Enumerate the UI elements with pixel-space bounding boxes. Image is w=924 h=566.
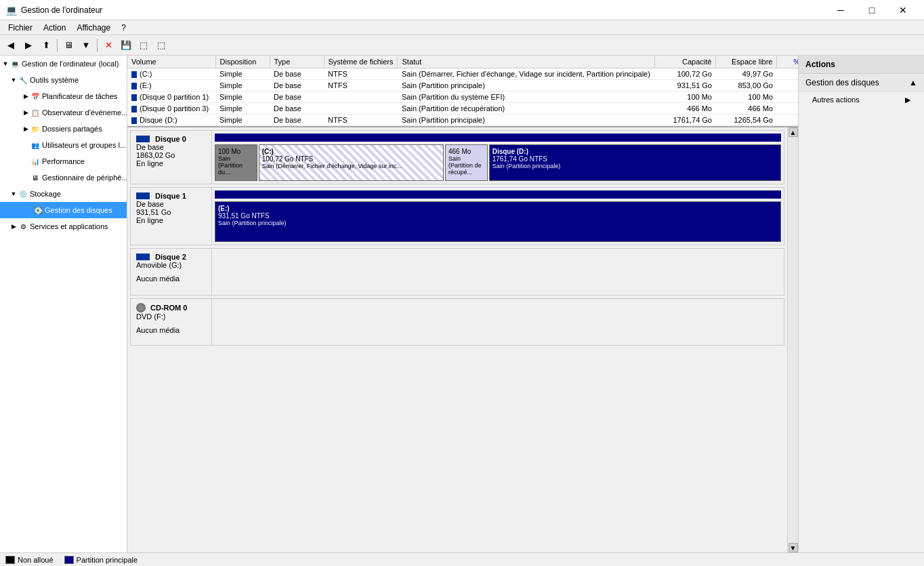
col-header-fs: Système de fichiers: [324, 56, 398, 68]
toolbar-back[interactable]: ◀: [3, 37, 19, 54]
toolbar-sep2: [97, 39, 98, 52]
menu-action[interactable]: Action: [38, 22, 71, 34]
disk-0-partitions: 100 Mo Sain (Partition du... (C:) 100,72…: [215, 144, 781, 181]
disk-0-part-recup[interactable]: 466 Mo Sain (Partition de récupé...: [445, 144, 488, 181]
row-1-fs: NTFS: [324, 80, 398, 92]
maximize-button[interactable]: □: [856, 0, 887, 20]
table-row[interactable]: (C:)SimpleDe baseNTFSSain (Démarrer, Fic…: [127, 68, 798, 80]
row-2-type: De base: [270, 92, 324, 103]
disk-1-bar: [215, 190, 781, 199]
disk-1-part-e[interactable]: (E:) 931,51 Go NTFS Sain (Partition prin…: [215, 201, 781, 242]
disk-0-part-efi-size: 100 Mo: [218, 148, 254, 155]
tree-planificateur[interactable]: ▶ 📅 Planificateur de tâches: [0, 88, 127, 104]
planificateur-expand[interactable]: ▶: [22, 92, 30, 100]
disk-0-name: Disque 0: [136, 135, 206, 143]
scroll-down[interactable]: ▼: [789, 543, 798, 552]
disk-row-0: Disque 0 De base 1863,02 Go En ligne 100…: [130, 130, 784, 184]
row-2-fs: [324, 92, 398, 103]
row-3-free: 466 Mo: [716, 103, 777, 115]
disk-0-part-d[interactable]: Disque (D:) 1761,74 Go NTFS Sain (Partit…: [489, 144, 781, 181]
main-container: ▼ 💻 Gestion de l'ordinateur (local) ▼ 🔧 …: [0, 56, 924, 552]
services-expand[interactable]: ▶: [9, 222, 18, 230]
toolbar-btn2[interactable]: ⬚: [153, 37, 169, 54]
disk-row-cdrom: CD-ROM 0 DVD (F:) Aucun média: [130, 298, 784, 346]
gestion-disques-expand: [24, 206, 33, 214]
disk-0-visual: 100 Mo Sain (Partition du... (C:) 100,72…: [212, 131, 784, 184]
disk-0-part-d-status: Sain (Partition principale): [492, 163, 778, 169]
disk-0-part-c-name: (C:): [262, 148, 440, 155]
tree-observateur[interactable]: ▶ 📋 Observateur d'événeme...: [0, 104, 127, 121]
table-row[interactable]: Disque (D:)SimpleDe baseNTFSSain (Partit…: [127, 115, 798, 126]
row-4-volume: Disque (D:): [127, 115, 215, 126]
row-1-volume: (E:): [127, 80, 215, 92]
observateur-expand[interactable]: ▶: [22, 108, 30, 117]
tree-utilisateurs[interactable]: 👥 Utilisateurs et groupes l...: [0, 137, 127, 153]
legend-partition-box: [64, 556, 74, 564]
cdrom-status: Aucun média: [136, 326, 206, 334]
toolbar-show-hide[interactable]: 🖥: [60, 37, 77, 54]
row-0-type: De base: [270, 68, 324, 80]
scroll-up[interactable]: ▲: [789, 127, 798, 137]
tree-gestion-disques[interactable]: 💽 Gestion des disques: [0, 202, 127, 218]
tree-performance[interactable]: 📊 Performance: [0, 153, 127, 169]
utilisateurs-icon: 👥: [30, 140, 41, 150]
row-4-capacity: 1761,74 Go: [655, 115, 716, 126]
menu-help[interactable]: ?: [116, 22, 131, 34]
toolbar-dropdown[interactable]: ▼: [78, 37, 94, 54]
toolbar-up[interactable]: ⬆: [38, 37, 54, 54]
col-header-type: Type: [270, 56, 324, 68]
disk-visual-wrapper: Disque 0 De base 1863,02 Go En ligne 100…: [127, 127, 798, 552]
disk-row-2: Disque 2 Amovible (G:) Aucun média: [130, 248, 784, 296]
toolbar-save[interactable]: 💾: [118, 37, 134, 54]
disk-1-part-e-size: 931,51 Go NTFS: [218, 212, 778, 220]
row-3-fs: [324, 103, 398, 115]
disk-scrollbar[interactable]: ▲ ▼: [787, 127, 798, 552]
menu-affichage[interactable]: Affichage: [71, 22, 116, 34]
disk-0-part-efi[interactable]: 100 Mo Sain (Partition du...: [215, 144, 257, 181]
table-row[interactable]: (Disque 0 partition 1)SimpleDe baseSain …: [127, 92, 798, 103]
toolbar-btn1[interactable]: ⬚: [135, 37, 152, 54]
legend-non-alloue: Non alloué: [5, 556, 54, 564]
tree-dossiers[interactable]: ▶ 📁 Dossiers partagés: [0, 121, 127, 137]
dossiers-expand[interactable]: ▶: [22, 125, 30, 133]
row-3-type: De base: [270, 103, 324, 115]
statusbar: Non alloué Partition principale: [0, 552, 924, 566]
table-row[interactable]: (E:)SimpleDe baseNTFSSain (Partition pri…: [127, 80, 798, 92]
row-2-status: Sain (Partition du système EFI): [398, 92, 655, 103]
menu-fichier[interactable]: Fichier: [3, 22, 38, 34]
tree-gestionnaire[interactable]: 🖥 Gestionnaire de périphé...: [0, 169, 127, 186]
tree-root[interactable]: ▼ 💻 Gestion de l'ordinateur (local): [0, 56, 127, 72]
toolbar: ◀ ▶ ⬆ 🖥 ▼ ✕ 💾 ⬚ ⬚: [0, 35, 924, 56]
minimize-button[interactable]: ─: [825, 0, 856, 20]
scroll-track: [789, 137, 798, 543]
services-icon: ⚙: [18, 221, 28, 232]
row-4-fs: NTFS: [324, 115, 398, 126]
legend-non-alloue-box: [5, 556, 15, 564]
row-0-volume: (C:): [127, 68, 215, 80]
disk-1-part-e-name: (E:): [218, 205, 778, 212]
gestion-disques-label: Gestion des disques: [45, 206, 112, 214]
tree-stockage[interactable]: ▼ 💿 Stockage: [0, 186, 127, 202]
row-0-free: 49,97 Go: [716, 68, 777, 80]
performance-icon: 📊: [30, 156, 41, 167]
table-row[interactable]: (Disque 0 partition 3)SimpleDe baseSain …: [127, 103, 798, 115]
root-expand[interactable]: ▼: [1, 60, 9, 68]
services-label: Services et applications: [30, 222, 108, 230]
stockage-expand[interactable]: ▼: [9, 190, 18, 198]
disk-0-part-c-status: Sain (Démarrer, Fichier d'échange, Vidag…: [262, 163, 440, 169]
titlebar-title: Gestion de l'ordinateur: [21, 5, 102, 15]
actions-section-gestion[interactable]: Gestion des disques ▲: [799, 74, 924, 92]
toolbar-delete[interactable]: ✕: [100, 37, 117, 54]
disk-1-size: 931,51 Go: [136, 208, 206, 216]
row-3-capacity: 466 Mo: [655, 103, 716, 115]
actions-sub-autres[interactable]: Autres actions ▶: [799, 92, 924, 108]
close-button[interactable]: ✕: [887, 0, 919, 20]
toolbar-forward[interactable]: ▶: [20, 37, 37, 54]
tree-outils[interactable]: ▼ 🔧 Outils système: [0, 72, 127, 88]
row-0-pct: 50 %: [777, 68, 798, 80]
tree-services[interactable]: ▶ ⚙ Services et applications: [0, 218, 127, 235]
planificateur-label: Planificateur de tâches: [42, 92, 117, 100]
outils-expand[interactable]: ▼: [9, 76, 18, 84]
disk-0-part-d-name: Disque (D:): [492, 148, 778, 155]
disk-0-part-c[interactable]: (C:) 100,72 Go NTFS Sain (Démarrer, Fich…: [259, 144, 444, 181]
